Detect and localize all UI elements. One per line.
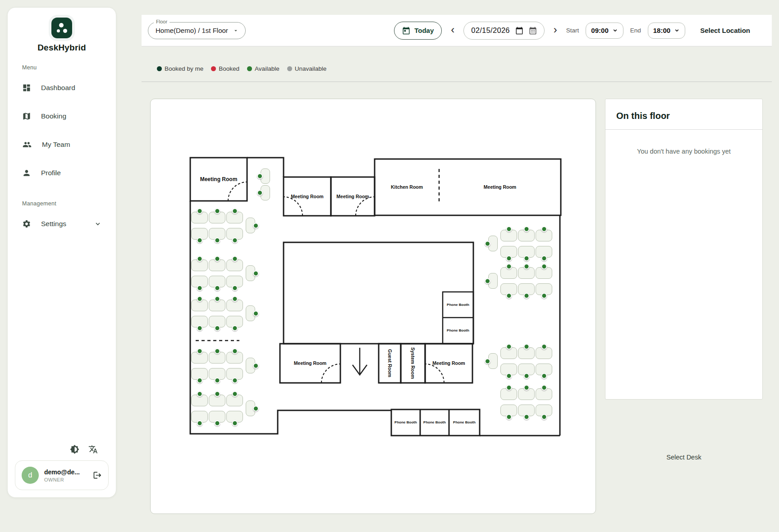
today-label: Today: [414, 27, 434, 34]
floor-select-label: Floor: [154, 19, 170, 24]
end-time-value: 18:00: [653, 27, 670, 34]
user-card[interactable]: d demo@de... OWNER: [15, 460, 109, 490]
app-logo-icon: [51, 18, 72, 38]
legend: Booked by meBookedAvailableUnavailable: [157, 65, 326, 72]
start-time-label: Start: [566, 27, 579, 34]
prev-day-button[interactable]: ‹: [449, 24, 457, 37]
sidebar: DeskHybrid Menu Dashboard Booking My Tea…: [7, 7, 116, 498]
legend-dot: [157, 66, 162, 71]
room-label: Phone Booth: [449, 409, 480, 436]
floor-plan-card[interactable]: Meeting RoomMeeting RoomMeeting RoomKitc…: [150, 99, 596, 514]
content-divider: [142, 82, 772, 82]
select-desk-label: Select Desk: [605, 454, 763, 461]
end-time-select[interactable]: 18:00: [648, 23, 685, 39]
sidebar-item-label: Settings: [41, 220, 66, 228]
sidebar-item-dashboard[interactable]: Dashboard: [13, 78, 110, 98]
date-input[interactable]: 02/15/2026: [463, 22, 545, 40]
person-icon: [22, 168, 31, 177]
on-this-floor-panel: On this floor You don't have any booking…: [605, 99, 763, 400]
floor-plan-rooms: Meeting RoomMeeting RoomMeeting RoomKitc…: [151, 99, 596, 514]
legend-item: Booked: [211, 65, 239, 72]
map-icon: [22, 112, 31, 121]
select-location-button[interactable]: Select Location: [700, 27, 750, 34]
legend-dot: [247, 66, 252, 71]
chevron-down-icon: [612, 27, 618, 33]
room-label: Phone Booth: [443, 292, 473, 318]
topbar: Floor Home(Demo) / 1st Floor Today ‹ 02/…: [142, 15, 772, 46]
sidebar-item-booking[interactable]: Booking: [13, 106, 110, 126]
legend-dot: [211, 66, 216, 71]
logout-icon[interactable]: [93, 471, 102, 480]
date-value: 02/15/2026: [471, 26, 510, 35]
next-day-button[interactable]: ›: [551, 24, 559, 37]
room-label: Guest Room: [379, 344, 401, 383]
app-title: DeskHybrid: [37, 43, 86, 53]
calendar-month-icon[interactable]: [529, 27, 537, 35]
room-label: Phone Booth: [443, 318, 473, 344]
panel-title: On this floor: [605, 99, 762, 130]
room-label: Phone Booth: [420, 409, 449, 436]
floor-select-value: Home(Demo) / 1st Floor: [156, 27, 228, 34]
room-label: Meeting Room: [425, 344, 472, 383]
user-role-badge: OWNER: [44, 477, 80, 482]
calendar-today-icon: [402, 27, 410, 35]
avatar: d: [22, 467, 39, 484]
sidebar-item-my-team[interactable]: My Team: [13, 135, 110, 155]
room-label: Meeting Room: [331, 177, 375, 216]
floor-select[interactable]: Floor Home(Demo) / 1st Floor: [148, 22, 246, 39]
team-icon: [22, 140, 32, 149]
calendar-outline-icon[interactable]: [515, 27, 523, 35]
gear-icon: [22, 219, 31, 228]
legend-dot: [287, 66, 292, 71]
sidebar-item-label: Dashboard: [41, 84, 75, 92]
room-label: Meeting Room: [284, 177, 331, 216]
room-label: Kitchen Room: [375, 159, 439, 215]
sidebar-item-label: Profile: [41, 169, 61, 177]
sidebar-item-label: Booking: [41, 112, 66, 120]
legend-item: Booked by me: [157, 65, 203, 72]
start-time-value: 09:00: [591, 27, 608, 34]
room-label: Meeting Room: [280, 344, 340, 383]
empty-bookings-message: You don't have any bookings yet: [605, 148, 762, 155]
start-time-select[interactable]: 09:00: [586, 23, 623, 39]
sidebar-item-profile[interactable]: Profile: [13, 163, 110, 183]
caret-down-icon: [233, 27, 239, 34]
management-section-label: Management: [22, 200, 116, 207]
room-label: Meeting Room: [190, 158, 247, 201]
sidebar-item-settings[interactable]: Settings: [13, 214, 110, 234]
theme-toggle-icon[interactable]: [70, 445, 79, 454]
room-label: System Room: [401, 344, 425, 383]
user-email: demo@de...: [44, 468, 80, 476]
menu-section-label: Menu: [22, 64, 116, 71]
legend-item: Available: [247, 65, 280, 72]
chevron-down-icon: [94, 220, 101, 227]
sidebar-item-label: My Team: [42, 141, 70, 149]
dashboard-icon: [22, 83, 31, 92]
today-button[interactable]: Today: [394, 22, 442, 40]
room-label: Meeting Room: [439, 159, 561, 215]
end-time-label: End: [630, 27, 641, 34]
room-label: Phone Booth: [391, 409, 420, 436]
language-icon[interactable]: [88, 445, 98, 454]
chevron-down-icon: [674, 27, 680, 33]
legend-item: Unavailable: [287, 65, 327, 72]
